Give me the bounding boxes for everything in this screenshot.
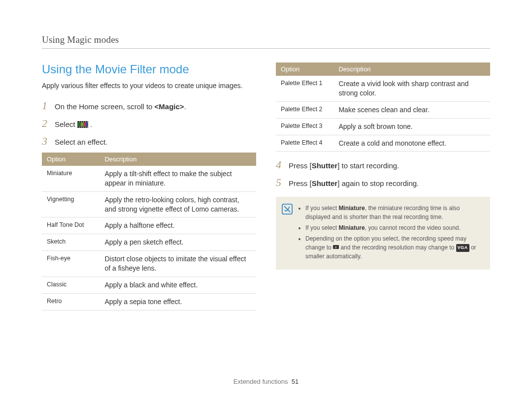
page-number: 51	[292, 378, 299, 385]
step-text: Press [Shutter] again to stop recording.	[289, 178, 419, 188]
table-row: Fish-eyeDistort close objects to imitate…	[42, 251, 256, 277]
table-row: Half Tone DotApply a halftone effect.	[42, 217, 256, 234]
th-description: Description	[333, 62, 490, 76]
footer-label: Extended functions	[233, 378, 288, 385]
effects-table-right: Option Description Palette Effect 1Creat…	[276, 62, 490, 152]
step-number: 5	[276, 176, 289, 189]
movie-filter-icon	[77, 121, 88, 128]
note-box: If you select Miniature, the miniature r…	[276, 197, 490, 270]
step-item: 4 Press [Shutter] to start recording.	[276, 158, 490, 171]
step-number: 3	[42, 135, 55, 148]
section-title: Using the Movie Filter mode	[42, 62, 256, 76]
header-divider	[42, 48, 490, 49]
step-item: 2 Select .	[42, 117, 256, 130]
table-row: SketchApply a pen sketch effect.	[42, 234, 256, 251]
table-row: Palette Effect 3Apply a soft brown tone.	[276, 118, 490, 135]
effects-table-left: Option Description MiniatureApply a tilt…	[42, 153, 256, 310]
intro-text: Apply various filter effects to your vid…	[42, 81, 256, 91]
step-list-right: 4 Press [Shutter] to start recording. 5 …	[276, 158, 490, 189]
table-row: Palette Effect 1Create a vivid look with…	[276, 76, 490, 101]
step-text: Press [Shutter] to start recording.	[289, 160, 399, 171]
table-row: Palette Effect 2Make scenes clean and cl…	[276, 101, 490, 118]
table-row: MiniatureApply a tilt-shift effect to ma…	[42, 166, 256, 191]
note-list: If you select Miniature, the miniature r…	[298, 204, 482, 263]
speed-icon: F	[333, 244, 339, 250]
th-option: Option	[42, 153, 100, 166]
step-text: Select an effect.	[55, 137, 107, 147]
step-number: 2	[42, 117, 55, 130]
page-footer: Extended functions 51	[0, 378, 532, 385]
step-text: Select .	[55, 119, 92, 129]
table-row: ClassicApply a black and white effect.	[42, 277, 256, 294]
step-item: 1 On the Home screen, scroll to <Magic>.	[42, 99, 256, 112]
svg-text:F: F	[335, 246, 337, 249]
table-row: VignettingApply the retro-looking colors…	[42, 191, 256, 217]
step-text: On the Home screen, scroll to <Magic>.	[55, 101, 186, 112]
step-number: 4	[276, 158, 289, 171]
vga-badge: VGA	[456, 244, 469, 252]
breadcrumb-header: Using Magic modes	[42, 34, 490, 45]
step-item: 3 Select an effect.	[42, 135, 256, 148]
step-item: 5 Press [Shutter] again to stop recordin…	[276, 176, 490, 189]
table-row: RetroApply a sepia tone effect.	[42, 293, 256, 310]
left-column: Using the Movie Filter mode Apply variou…	[42, 62, 256, 317]
th-option: Option	[276, 62, 333, 76]
note-item: Depending on the option you select, the …	[305, 234, 482, 261]
right-column: Option Description Palette Effect 1Creat…	[276, 62, 490, 317]
step-list-left: 1 On the Home screen, scroll to <Magic>.…	[42, 99, 256, 148]
step-number: 1	[42, 99, 55, 112]
note-item: If you select Miniature, the miniature r…	[305, 204, 482, 221]
th-description: Description	[100, 153, 256, 166]
note-icon	[282, 204, 293, 215]
table-row: Palette Effect 4Create a cold and monoto…	[276, 135, 490, 152]
note-item: If you select Miniature, you cannot reco…	[305, 223, 482, 232]
